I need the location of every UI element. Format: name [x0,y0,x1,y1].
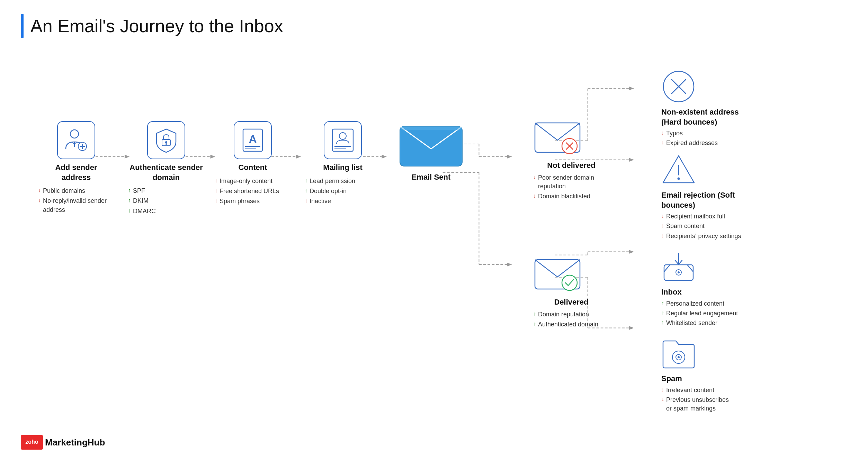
title-bar: An Email's Journey to the Inbox [21,14,847,38]
authenticate-label: Authenticate sender domain [128,163,204,182]
footer: zoho MarketingHub [21,435,105,450]
svg-rect-40 [166,143,167,145]
arrow-up-icon: ↑ [305,187,307,195]
list-item: ↑ Regular lead engagement [661,309,744,318]
not-delivered-node: Not delivered ↓ Poor sender domain reput… [533,121,609,201]
not-delivered-items: ↓ Poor sender domain reputation ↓ Domain… [533,173,609,201]
content-label: Content [238,163,267,173]
content-icon: A [234,121,272,159]
arrow-down-icon: ↓ [533,192,536,200]
list-item: ↑ Whitelisted sender [661,319,744,327]
soft-bounce-icon [661,152,696,187]
list-item: ↑ Domain reputation [533,310,609,319]
inbox-label: Inbox [661,287,744,297]
list-item: ↑ Authenticated domain [533,320,609,329]
list-item: ↑ Double opt-in [305,187,381,196]
mailing-list-items: ↑ Lead permission ↑ Double opt-in ↓ Inac… [305,175,381,206]
list-item: ↓ Typos [661,129,744,138]
authenticate-icon [147,121,185,159]
svg-marker-7 [382,155,387,159]
mailing-list-icon [324,121,362,159]
svg-point-66 [678,271,680,273]
mailing-list-label: Mailing list [323,163,363,173]
list-item: ↓ Irrelevant content [661,386,744,395]
outcome-inbox: Inbox ↑ Personalized content ↑ Regular l… [661,249,744,327]
arrow-up-icon: ↑ [128,197,131,204]
hard-bounce-icon [661,69,696,104]
email-sent-node: Email Sent [398,121,464,182]
arrow-down-icon: ↓ [38,197,41,204]
diagram: Add sender address ↓ Public domains ↓ No… [21,52,847,433]
list-item: ↑ Lead permission [305,177,381,186]
list-item: ↓ Free shortened URLs [215,187,291,196]
arrow-up-icon: ↑ [533,310,536,318]
arrow-up-icon: ↑ [661,309,664,317]
svg-rect-50 [400,126,462,130]
arrow-up-icon: ↑ [128,187,131,194]
svg-point-56 [562,275,577,290]
list-item: ↓ Image-only content [215,177,291,186]
add-sender-icon [57,121,95,159]
spam-label: Spam [661,374,744,384]
step-content: A Content ↓ Image-only content ↓ Free sh… [218,121,287,206]
arrow-down-icon: ↓ [661,232,664,240]
list-item: ↓ Previous unsubscribes or spam markings [661,396,744,413]
svg-text:zoho: zoho [25,439,38,445]
soft-bounce-items: ↓ Recipient mailbox full ↓ Spam content … [661,212,744,241]
list-item: ↓ Recipients' privacy settings [661,232,744,241]
outcome-hard-bounce: Non-existent address (Hard bounces) ↓ Ty… [661,69,744,148]
list-item: ↓ Recipient mailbox full [661,212,744,221]
list-item: ↑ DMARC [128,207,204,216]
page: An Email's Journey to the Inbox [0,0,868,460]
arrow-up-icon: ↑ [305,177,307,184]
authenticate-items: ↑ SPF ↑ DKIM ↑ DMARC [128,185,204,216]
svg-marker-11 [507,155,512,159]
step-add-sender: Add sender address ↓ Public domains ↓ No… [42,121,111,214]
svg-point-62 [678,178,680,180]
arrow-down-icon: ↓ [661,396,664,403]
not-delivered-label: Not delivered [533,161,609,171]
svg-marker-22 [629,158,634,162]
zoho-logo: zoho MarketingHub [21,435,105,450]
email-sent-icon [398,121,464,170]
marketinghub-label: MarketingHub [45,437,105,448]
delivered-items: ↑ Domain reputation ↑ Authenticated doma… [533,310,609,329]
svg-marker-26 [629,250,634,254]
arrow-up-icon: ↑ [661,319,664,326]
not-delivered-icon [533,121,582,156]
spam-items: ↓ Irrelevant content ↓ Previous unsubscr… [661,386,744,413]
svg-marker-5 [296,155,301,159]
arrow-down-icon: ↓ [661,139,664,146]
arrow-up-icon: ↑ [533,320,536,328]
arrow-down-icon: ↓ [305,197,307,205]
step-mailing-list: Mailing list ↑ Lead permission ↑ Double … [308,121,377,206]
arrow-down-icon: ↓ [661,386,664,394]
list-item: ↓ No-reply/invalid sender address [38,197,114,214]
email-sent-label: Email Sent [412,172,450,182]
list-item: ↓ Spam phrases [215,197,291,206]
list-item: ↓ Spam content [661,222,744,231]
arrow-down-icon: ↓ [215,177,217,184]
list-item: ↑ SPF [128,187,204,195]
arrow-down-icon: ↓ [661,129,664,137]
list-item: ↓ Public domains [38,187,114,195]
spam-icon [661,336,696,370]
arrow-up-icon: ↑ [128,207,131,215]
list-item: ↑ DKIM [128,197,204,205]
list-item: ↓ Inactive [305,197,381,206]
svg-point-46 [339,133,346,139]
arrow-down-icon: ↓ [215,187,217,195]
arrow-down-icon: ↓ [661,212,664,220]
list-item: ↓ Expired addresses [661,139,744,147]
hard-bounce-label: Non-existent address (Hard bounces) [661,107,744,127]
hard-bounce-items: ↓ Typos ↓ Expired addresses [661,129,744,147]
soft-bounce-label: Email rejection (Soft bounces) [661,190,744,210]
svg-marker-30 [629,326,634,330]
list-item: ↓ Poor sender domain reputation [533,173,609,191]
add-sender-label: Add sender address [42,163,111,182]
inbox-icon [661,249,696,284]
arrow-down-icon: ↓ [661,222,664,229]
zoho-text: zoho [21,435,43,450]
svg-marker-19 [629,87,634,90]
svg-marker-15 [507,263,512,267]
